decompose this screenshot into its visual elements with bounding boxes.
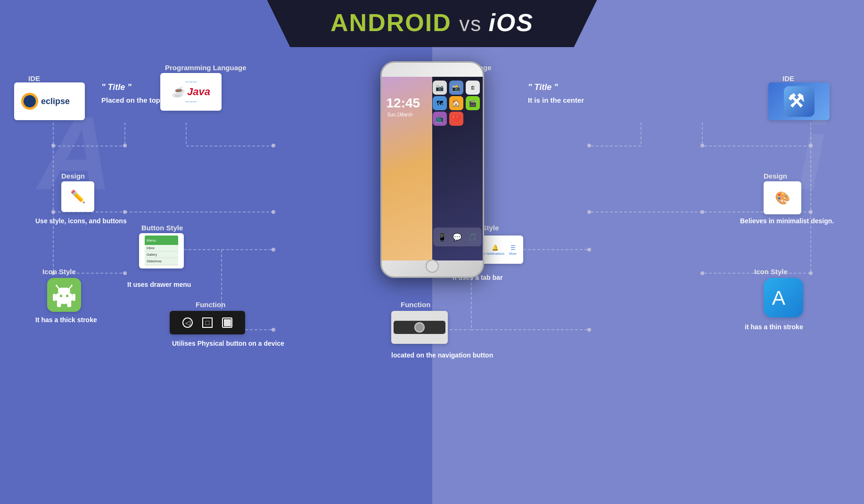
ios-icon-6: 🎬 <box>466 96 480 110</box>
ios-design-desc: Believes in minimalist design. <box>740 217 834 226</box>
dot4 <box>51 210 55 214</box>
java-waves: ~~~ <box>185 78 197 86</box>
drawer-item-2: Gallery <box>145 252 178 258</box>
vs-label: vs <box>459 12 488 35</box>
tab-notifications: 🔔 Notifications <box>487 244 504 255</box>
ios-dot2 <box>700 144 704 147</box>
ios-icon-style-desc: it has a thin stroke <box>745 323 803 332</box>
ios-dot5 <box>700 210 704 214</box>
ios-home-bar <box>394 321 445 334</box>
android-icon-card <box>47 278 81 312</box>
android-drawer-inner: Menu Inbox Gallery Slideshow <box>145 236 178 266</box>
ios-home-circle <box>414 322 425 333</box>
dot5 <box>123 210 127 214</box>
recent-btn: ⬜ <box>222 317 232 328</box>
android-prog-lang-label: Programming Language <box>165 64 247 72</box>
ios-screen: 📷 📸 🗓 🗺 🏠 🎬 📺 ❤️ 📱 💬 🎵 <box>432 77 483 260</box>
tab-more: ☰ More <box>506 244 520 255</box>
drawer-item-1: Inbox <box>145 245 178 252</box>
svg-rect-37 <box>53 294 56 301</box>
appstore-icon-card: A <box>764 278 803 317</box>
svg-rect-36 <box>58 288 70 294</box>
ios-icons: 📷 📸 🗓 🗺 🏠 🎬 📺 ❤️ <box>433 81 481 126</box>
android-design-desc: Use style, icons, and buttons <box>35 217 127 226</box>
android-design-label: Design <box>61 172 85 180</box>
ios-dot7 <box>587 248 591 252</box>
android-btn-style-label: Button Style <box>141 224 183 232</box>
android-icon-style-desc: It has a thick stroke <box>35 316 97 325</box>
android-design-card: ✏️ <box>61 181 94 212</box>
dock-icon-3: 🎵 <box>468 233 477 242</box>
ios-icon-4: 🗺 <box>433 96 447 110</box>
android-func-inner: ◁ □ ⬜ <box>179 314 236 332</box>
ios-dock: 📱 💬 🎵 <box>433 228 482 246</box>
ios-icon-3: 🗓 <box>466 81 480 95</box>
ios-title: iOS <box>488 9 534 36</box>
drawer-item-3: Slideshow <box>145 258 178 265</box>
xcode-card: ⚒ <box>768 82 830 120</box>
java-logo: ~~~ ☕ Java ~~~ <box>172 78 210 106</box>
header-title: ANDROID vs iOS <box>296 8 569 37</box>
android-icon-style-label: Icon Style <box>42 268 76 276</box>
ios-title-desc: It is in the center <box>528 95 584 105</box>
appstore-icon: A <box>770 284 797 311</box>
ios-design-card: 🎨 <box>764 181 801 214</box>
ios-ide-label: IDE <box>782 74 794 83</box>
xcode-logo: ⚒ <box>774 86 824 116</box>
android-title: ANDROID <box>330 9 452 36</box>
eclipse-text: eclipse <box>41 97 70 106</box>
android-screen: 12:45 Sun,1March <box>382 77 432 260</box>
ios-design-icon: 🎨 <box>775 191 790 205</box>
ios-func-label: Function <box>401 301 430 309</box>
svg-line-32 <box>57 286 59 289</box>
phone-date: Sun,1March <box>387 112 413 117</box>
dot2 <box>123 144 127 147</box>
phone-container: 12:45 Sun,1March 📷 📸 🗓 🗺 🏠 🎬 📺 ❤️ 📱 💬 🎵 <box>380 61 484 278</box>
drawer-header: Menu <box>145 236 178 245</box>
svg-rect-38 <box>72 294 75 301</box>
ios-func-card <box>391 311 448 344</box>
header-banner: ANDROID vs iOS <box>267 0 597 47</box>
eclipse-circle <box>21 93 38 110</box>
svg-text:⚒: ⚒ <box>788 90 804 111</box>
ios-design-label: Design <box>764 172 787 180</box>
phone-outer: 12:45 Sun,1March 📷 📸 🗓 🗺 🏠 🎬 📺 ❤️ 📱 💬 🎵 <box>380 61 484 278</box>
dock-icon-2: 💬 <box>453 233 462 242</box>
ios-icon-7: 📺 <box>433 112 447 126</box>
svg-point-30 <box>60 294 62 297</box>
ios-dot3 <box>809 144 813 147</box>
android-func-card: ◁ □ ⬜ <box>170 311 245 334</box>
svg-line-34 <box>69 286 72 289</box>
home-btn: □ <box>202 317 213 328</box>
ios-dot4 <box>587 210 591 214</box>
android-func-label: Function <box>196 301 225 309</box>
dot12 <box>272 328 275 332</box>
tab-more-icon: ☰ <box>510 244 516 251</box>
android-func-desc: Utilises Physical button on a device <box>172 339 284 349</box>
ios-func-desc: located on the navigation button <box>391 351 493 360</box>
dot10 <box>123 271 127 275</box>
ios-icon-8: ❤️ <box>449 112 463 126</box>
eclipse-logo: eclipse <box>21 93 78 110</box>
tab-notif-icon: 🔔 <box>492 244 499 251</box>
ios-icon-5: 🏠 <box>449 96 463 110</box>
back-btn: ◁ <box>182 317 193 328</box>
ios-dot9 <box>700 271 704 275</box>
eclipse-inner-circle <box>24 95 36 107</box>
svg-rect-29 <box>56 293 73 302</box>
ios-icon-1: 📷 <box>433 81 447 95</box>
ios-icon-style-label: Icon Style <box>754 268 788 276</box>
svg-rect-39 <box>57 301 61 307</box>
svg-rect-40 <box>67 301 72 307</box>
android-design-icon: ✏️ <box>70 189 85 204</box>
dot8 <box>272 248 275 252</box>
java-card: ~~~ ☕ Java ~~~ <box>160 73 222 111</box>
android-btn-style-desc: It uses drawer menu <box>127 280 191 290</box>
ios-dot10 <box>809 271 813 275</box>
ios-dot6 <box>809 210 813 214</box>
android-drawer-card: Menu Inbox Gallery Slideshow <box>139 233 184 268</box>
ios-title-container: " Title " It is in the center <box>528 82 584 105</box>
dot1 <box>51 144 55 147</box>
dot6 <box>272 210 275 214</box>
android-ide-label: IDE <box>28 74 40 83</box>
